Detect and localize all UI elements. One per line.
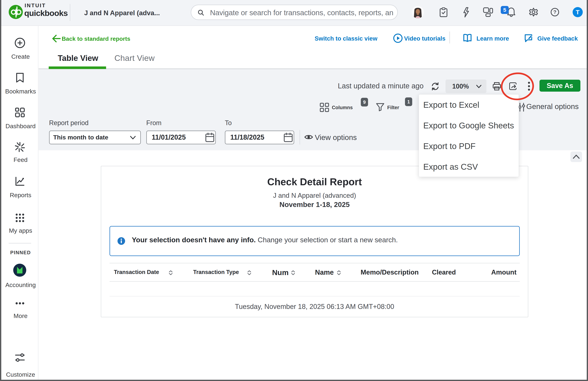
svg-text:?: ? — [553, 9, 556, 15]
